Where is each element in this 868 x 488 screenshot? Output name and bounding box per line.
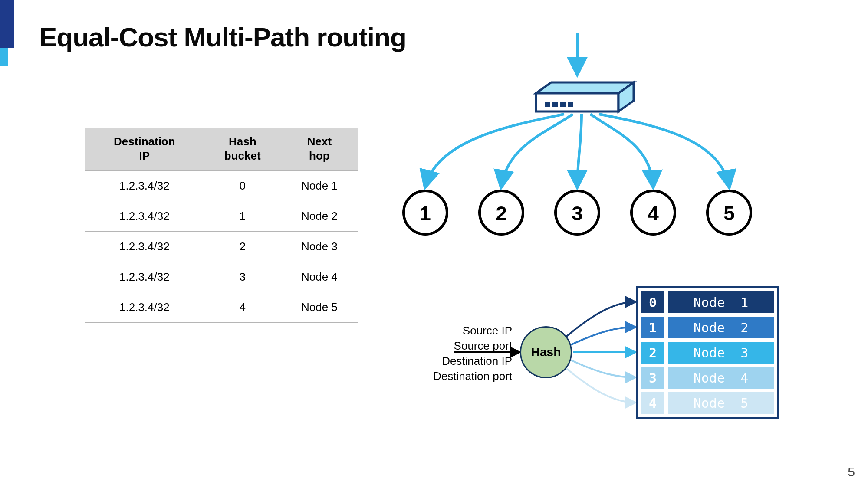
hash-diagram: Source IP Source port Destination IP Des… <box>408 286 799 460</box>
node-label: 5 <box>723 202 735 225</box>
table-cell: 1.2.3.4/32 <box>85 232 204 262</box>
fanout-arrows <box>425 114 729 187</box>
bucket-index: 4 <box>641 392 664 414</box>
table-cell: 1.2.3.4/32 <box>85 171 204 201</box>
bucket-index: 1 <box>641 317 664 338</box>
routing-table: DestinationIP Hashbucket Nexthop 1.2.3.4… <box>85 128 358 323</box>
table-cell: Node 4 <box>281 262 358 292</box>
accent-bar-light <box>0 48 8 66</box>
table-cell: 1.2.3.4/32 <box>85 292 204 323</box>
svg-rect-5 <box>560 102 566 107</box>
table-row: 1.2.3.4/320Node 1 <box>85 171 358 201</box>
svg-rect-6 <box>568 102 573 107</box>
svg-rect-4 <box>552 102 558 107</box>
table-cell: 1.2.3.4/32 <box>85 262 204 292</box>
slide-title: Equal-Cost Multi-Path routing <box>39 22 406 52</box>
table-row: 1.2.3.4/324Node 5 <box>85 292 358 323</box>
bucket-row: 4Node 5 <box>641 392 774 414</box>
bucket-index: 2 <box>641 342 664 364</box>
table-cell: Node 1 <box>281 171 358 201</box>
bucket-label: Node 2 <box>668 317 774 338</box>
table-row: 1.2.3.4/322Node 3 <box>85 232 358 262</box>
accent-bar-dark <box>0 0 14 48</box>
bucket-label: Node 3 <box>668 342 774 364</box>
table-cell: Node 2 <box>281 201 358 232</box>
hash-node-label: Hash <box>531 345 561 359</box>
page-number: 5 <box>848 465 855 479</box>
table-row: 1.2.3.4/321Node 2 <box>85 201 358 232</box>
bucket-label: Node 1 <box>668 291 774 313</box>
router-icon <box>536 82 634 111</box>
router-fanout-diagram: 12345 <box>391 33 825 249</box>
table-cell: 4 <box>204 292 281 323</box>
bucket-row: 0Node 1 <box>641 291 774 313</box>
bucket-row: 3Node 4 <box>641 367 774 389</box>
table-cell: 1.2.3.4/32 <box>85 201 204 232</box>
table-cell: 0 <box>204 171 281 201</box>
bucket-label: Node 4 <box>668 367 774 389</box>
node-label: 2 <box>496 202 507 225</box>
bucket-row: 1Node 2 <box>641 317 774 338</box>
table-cell: 1 <box>204 201 281 232</box>
table-cell: 2 <box>204 232 281 262</box>
bucket-index: 3 <box>641 367 664 389</box>
table-cell: 3 <box>204 262 281 292</box>
th-hash-bucket: Hashbucket <box>204 128 281 171</box>
bucket-label: Node 5 <box>668 392 774 414</box>
bucket-row: 2Node 3 <box>641 342 774 364</box>
table-row: 1.2.3.4/323Node 4 <box>85 262 358 292</box>
node-label: 3 <box>572 202 583 225</box>
arrow-hash-to-bucket-3 <box>571 360 635 377</box>
table-cell: Node 5 <box>281 292 358 323</box>
th-dest-ip: DestinationIP <box>85 128 204 171</box>
svg-rect-3 <box>545 102 550 107</box>
bucket-index: 0 <box>641 291 664 313</box>
hash-node: Hash <box>520 326 572 378</box>
arrow-hash-to-bucket-1 <box>571 327 635 345</box>
node-label: 1 <box>420 202 431 225</box>
node-label: 4 <box>648 202 659 225</box>
table-cell: Node 3 <box>281 232 358 262</box>
table-header-row: DestinationIP Hashbucket Nexthop <box>85 128 358 171</box>
bucket-table: 0Node 11Node 22Node 33Node 44Node 5 <box>636 286 779 419</box>
th-next-hop: Nexthop <box>281 128 358 171</box>
